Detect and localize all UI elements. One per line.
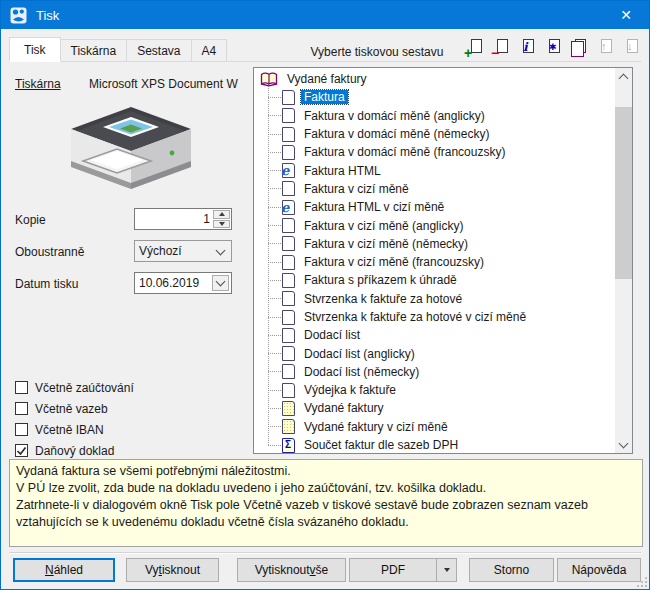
duplex-select[interactable]: Výchozí bbox=[134, 240, 232, 262]
tree-item-label: Faktura bbox=[301, 90, 348, 104]
report-icon bbox=[282, 218, 295, 233]
tab-label: A4 bbox=[202, 44, 217, 58]
tree-root[interactable]: Vydané faktury bbox=[254, 70, 614, 88]
pdf-dropdown-button[interactable] bbox=[436, 559, 456, 581]
checkbox-label: Včetně vazeb bbox=[35, 402, 108, 416]
titlebar[interactable]: Tisk ✕ bbox=[1, 1, 649, 29]
tree-item[interactable]: Výdejka k faktuře bbox=[254, 381, 614, 399]
report-icon bbox=[282, 108, 295, 123]
tree-connector bbox=[268, 445, 281, 446]
dropdown-arrow-icon bbox=[444, 568, 450, 572]
scrollbar-thumb[interactable] bbox=[615, 107, 632, 279]
tree-scrollbar[interactable] bbox=[615, 68, 632, 453]
checkbox-row[interactable]: Včetně vazeb bbox=[15, 398, 134, 419]
cancel-button[interactable]: Storno bbox=[469, 558, 554, 582]
checkbox[interactable] bbox=[15, 444, 28, 457]
tree-connector bbox=[268, 371, 281, 372]
tree-connector bbox=[268, 170, 281, 171]
asterisk-icon[interactable] bbox=[543, 39, 561, 57]
tree-connector bbox=[268, 152, 281, 153]
checkbox-row[interactable]: Včetně zaúčtování bbox=[15, 377, 134, 398]
summary-icon bbox=[282, 401, 295, 416]
printer-name: Microsoft XPS Document W bbox=[89, 77, 248, 91]
tree-connector bbox=[268, 115, 281, 116]
checkbox[interactable] bbox=[15, 381, 28, 394]
tree-item[interactable]: Součet faktur dle sazeb DPH bbox=[254, 436, 614, 454]
tree-item-label: Vydané faktury bbox=[301, 401, 387, 415]
tree-item-label: Stvrzenka k faktuře za hotové bbox=[301, 292, 465, 306]
help-button[interactable]: Nápověda bbox=[557, 558, 641, 582]
tree-connector bbox=[268, 298, 281, 299]
spin-up-button[interactable] bbox=[213, 210, 230, 219]
copies-stepper[interactable]: 1 bbox=[134, 208, 232, 230]
tree-item-label: Faktura v domácí měně (anglicky) bbox=[301, 109, 488, 123]
tree-item-label: Faktura v cizí měně bbox=[301, 182, 412, 196]
info-icon[interactable] bbox=[517, 39, 535, 57]
print-date-field[interactable]: 10.06.2019 bbox=[134, 272, 232, 294]
chevron-down-icon bbox=[216, 277, 226, 287]
printer-link[interactable]: Tiskárna bbox=[15, 77, 61, 91]
tree-item[interactable]: Faktura v cizí měně (německy) bbox=[254, 235, 614, 253]
tree-item-label: Výdejka k faktuře bbox=[301, 383, 399, 397]
tree-item[interactable]: Dodací list bbox=[254, 326, 614, 344]
tree-item[interactable]: Faktura HTML v cizí měně bbox=[254, 198, 614, 216]
description-line: Vydaná faktura se všemi potřebnými nálež… bbox=[16, 463, 636, 480]
checkbox-row[interactable]: Včetně IBAN bbox=[15, 419, 134, 440]
date-drop-button[interactable] bbox=[212, 275, 229, 291]
pdf-split-button[interactable]: PDF bbox=[349, 558, 457, 582]
options-checkboxes: Včetně zaúčtování Včetně vazeb Včetně IB bbox=[15, 377, 134, 461]
move-up-icon[interactable] bbox=[595, 39, 613, 57]
tree-connector bbox=[268, 390, 281, 391]
summary-icon bbox=[282, 419, 295, 434]
tree-item[interactable]: Stvrzenka k faktuře za hotové bbox=[254, 290, 614, 308]
tree-item[interactable]: Vydané faktury v cizí měně bbox=[254, 418, 614, 436]
add-icon[interactable] bbox=[465, 39, 483, 57]
page-glyph bbox=[549, 39, 560, 53]
scroll-down-button[interactable] bbox=[615, 436, 632, 453]
tree-item[interactable]: Faktura bbox=[254, 88, 614, 106]
tree-item[interactable]: Faktura v cizí měně (anglicky) bbox=[254, 216, 614, 234]
tree-item[interactable]: Dodací list (německy) bbox=[254, 363, 614, 381]
tree-connector bbox=[268, 262, 281, 263]
page-glyph bbox=[471, 39, 482, 53]
report-select-hint: Vyberte tiskovou sestavu bbox=[291, 45, 463, 59]
tab[interactable]: Sestava bbox=[127, 39, 191, 62]
tree-item[interactable]: Dodací list (anglicky) bbox=[254, 344, 614, 362]
app-icon bbox=[10, 7, 27, 24]
tree-item[interactable]: Faktura v domácí měně (francouzsky) bbox=[254, 143, 614, 161]
tree-connector bbox=[268, 97, 281, 98]
tree-item-label: Faktura HTML bbox=[301, 164, 384, 178]
report-icon bbox=[282, 383, 295, 398]
tree-item[interactable]: Stvrzenka k faktuře za hotové v cizí měn… bbox=[254, 308, 614, 326]
copy-icon[interactable] bbox=[569, 39, 587, 57]
report-icon bbox=[282, 236, 295, 251]
tree-item[interactable]: Vydané faktury bbox=[254, 399, 614, 417]
checkbox-row[interactable]: Daňový doklad bbox=[15, 440, 134, 461]
tab[interactable]: Tiskárna bbox=[61, 39, 128, 62]
remove-icon[interactable] bbox=[491, 39, 509, 57]
move-down-icon[interactable] bbox=[621, 39, 639, 57]
button-separator bbox=[9, 552, 641, 554]
scroll-up-button[interactable] bbox=[615, 68, 632, 85]
tree-item[interactable]: Faktura v domácí měně (německy) bbox=[254, 125, 614, 143]
tree-item[interactable]: Faktura s příkazem k úhradě bbox=[254, 271, 614, 289]
close-button[interactable]: ✕ bbox=[603, 1, 649, 29]
checkbox[interactable] bbox=[15, 402, 28, 415]
tree-item-label: Faktura v domácí měně (francouzsky) bbox=[301, 145, 508, 159]
pdf-button-label[interactable]: PDF bbox=[350, 563, 436, 577]
spin-down-button[interactable] bbox=[213, 220, 230, 229]
tree-item[interactable]: Faktura v cizí měně bbox=[254, 180, 614, 198]
report-icon bbox=[282, 255, 295, 270]
checkbox[interactable] bbox=[15, 423, 28, 436]
checkmark-icon bbox=[16, 446, 27, 456]
preview-button[interactable]: Náhled bbox=[13, 558, 115, 582]
print-all-button[interactable]: Vytisknout vše bbox=[237, 558, 346, 582]
tree-item[interactable]: Faktura v cizí měně (francouzsky) bbox=[254, 253, 614, 271]
tree-item[interactable]: Faktura HTML bbox=[254, 161, 614, 179]
tab[interactable]: A4 bbox=[192, 39, 228, 62]
tree-connector bbox=[268, 335, 281, 336]
tree-item[interactable]: Faktura v domácí měně (anglicky) bbox=[254, 107, 614, 125]
print-button[interactable]: Vytisknout bbox=[126, 558, 219, 582]
page-glyph bbox=[601, 39, 612, 53]
tab[interactable]: Tisk bbox=[9, 37, 61, 62]
